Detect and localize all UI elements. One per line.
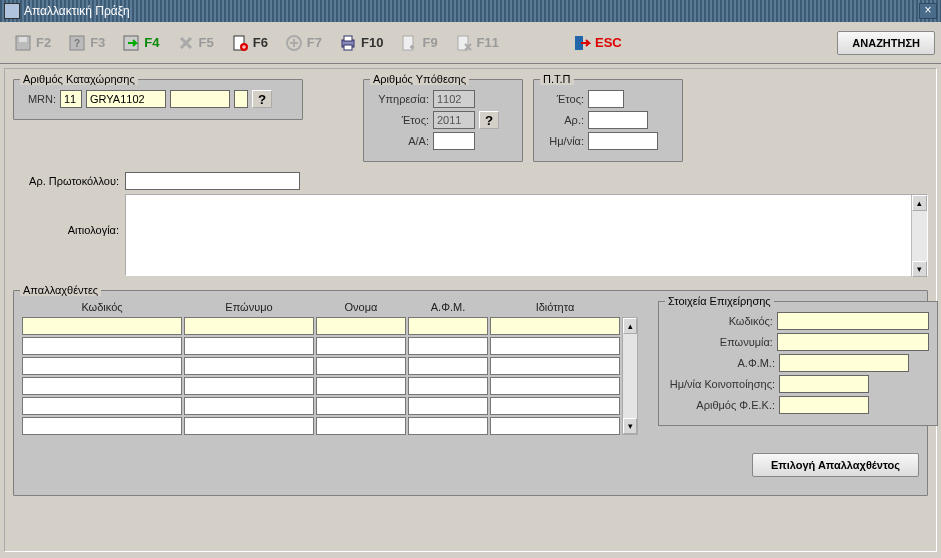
case-help-button[interactable]: ?	[479, 111, 499, 129]
reason-scrollbar[interactable]: ▴ ▾	[911, 195, 927, 277]
row-code[interactable]	[22, 317, 182, 335]
row-afm[interactable]	[408, 397, 488, 415]
case-group: Αριθμός Υπόθεσης Υπηρεσία: Έτος: ? Α/Α:	[363, 79, 523, 162]
list-grid: Κωδικός Επώνυμο Ονομα Α.Φ.Μ. Ιδιότητα ▴ …	[22, 301, 638, 435]
close-icon[interactable]: ×	[919, 3, 937, 19]
mrn-part2-input[interactable]	[86, 90, 166, 108]
row-capacity[interactable]	[490, 357, 620, 375]
row-name[interactable]	[316, 377, 406, 395]
row-capacity[interactable]	[490, 337, 620, 355]
col-afm: Α.Φ.Μ.	[408, 301, 488, 315]
mrn-part4-input[interactable]	[234, 90, 248, 108]
doc-x-icon	[454, 33, 474, 53]
aa-label: Α/Α:	[374, 135, 429, 147]
row-code[interactable]	[22, 377, 182, 395]
grid-scrollbar[interactable]: ▴ ▾	[622, 317, 638, 435]
select-exempt-button[interactable]: Επιλογή Απαλλαχθέντος	[752, 453, 919, 477]
mrn-legend: Αριθμός Καταχώρησης	[20, 73, 138, 85]
row-surname[interactable]	[184, 397, 314, 415]
mrn-part1-input[interactable]	[60, 90, 82, 108]
biz-code-input[interactable]	[777, 312, 929, 330]
f11-label: F11	[477, 35, 499, 50]
save-go-icon	[121, 33, 141, 53]
list-group: Απαλλαχθέντες Κωδικός Επώνυμο Ονομα Α.Φ.…	[13, 290, 928, 496]
f6-button[interactable]: F6	[223, 27, 275, 59]
f9-button: F9	[392, 27, 444, 59]
f3-button: ? F3	[60, 27, 112, 59]
row-code[interactable]	[22, 417, 182, 435]
ptp-year-input[interactable]	[588, 90, 624, 108]
f2-button: F2	[6, 27, 58, 59]
grid-scroll-up-icon[interactable]: ▴	[623, 318, 637, 334]
protocol-label: Αρ. Πρωτοκόλλου:	[13, 175, 121, 187]
row-name[interactable]	[316, 317, 406, 335]
app-icon	[4, 3, 20, 19]
add-icon	[284, 33, 304, 53]
row-name[interactable]	[316, 357, 406, 375]
f6-label: F6	[253, 35, 268, 50]
biz-fek-label: Αριθμός Φ.Ε.Κ.:	[667, 399, 775, 411]
row-afm[interactable]	[408, 337, 488, 355]
grid-scroll-track[interactable]	[623, 334, 637, 418]
ptp-legend: Π.Τ.Π	[540, 73, 574, 85]
aa-input[interactable]	[433, 132, 475, 150]
mrn-part3-input[interactable]	[170, 90, 230, 108]
scroll-down-icon[interactable]: ▾	[912, 261, 927, 277]
search-button[interactable]: ΑΝΑΖΗΤΗΣΗ	[837, 31, 935, 55]
business-group: Στοιχεία Επιχείρησης Κωδικός: Επωνυμία: …	[658, 301, 938, 426]
f7-button: F7	[277, 27, 329, 59]
row-capacity[interactable]	[490, 377, 620, 395]
service-input	[433, 90, 475, 108]
f3-label: F3	[90, 35, 105, 50]
row-afm[interactable]	[408, 377, 488, 395]
biz-afm-input[interactable]	[779, 354, 909, 372]
row-code[interactable]	[22, 397, 182, 415]
row-code[interactable]	[22, 357, 182, 375]
exit-icon	[572, 33, 592, 53]
ptp-ar-input[interactable]	[588, 111, 648, 129]
business-legend: Στοιχεία Επιχείρησης	[665, 295, 774, 307]
svg-text:?: ?	[74, 38, 80, 49]
f10-button[interactable]: F10	[331, 27, 390, 59]
row-surname[interactable]	[184, 317, 314, 335]
esc-button[interactable]: ESC	[565, 27, 629, 59]
biz-fek-input[interactable]	[779, 396, 869, 414]
row-capacity[interactable]	[490, 317, 620, 335]
row-surname[interactable]	[184, 417, 314, 435]
scroll-up-icon[interactable]: ▴	[912, 195, 927, 211]
row-afm[interactable]	[408, 357, 488, 375]
mrn-help-button[interactable]: ?	[252, 90, 272, 108]
biz-notif-input[interactable]	[779, 375, 869, 393]
protocol-input[interactable]	[125, 172, 300, 190]
esc-label: ESC	[595, 35, 622, 50]
biz-name-label: Επωνυμία:	[667, 336, 773, 348]
f7-label: F7	[307, 35, 322, 50]
scroll-track[interactable]	[912, 211, 927, 261]
row-name[interactable]	[316, 417, 406, 435]
reason-label: Αιτιολογία:	[13, 194, 121, 236]
row-surname[interactable]	[184, 357, 314, 375]
f5-label: F5	[199, 35, 214, 50]
row-afm[interactable]	[408, 417, 488, 435]
row-surname[interactable]	[184, 337, 314, 355]
row-name[interactable]	[316, 397, 406, 415]
ptp-date-input[interactable]	[588, 132, 658, 150]
row-capacity[interactable]	[490, 417, 620, 435]
f2-label: F2	[36, 35, 51, 50]
grid-scroll-down-icon[interactable]: ▾	[623, 418, 637, 434]
reason-textarea[interactable]	[125, 194, 928, 276]
mrn-group: Αριθμός Καταχώρησης MRN: ?	[13, 79, 303, 120]
row-afm[interactable]	[408, 317, 488, 335]
row-code[interactable]	[22, 337, 182, 355]
service-label: Υπηρεσία:	[374, 93, 429, 105]
biz-name-input[interactable]	[777, 333, 929, 351]
row-surname[interactable]	[184, 377, 314, 395]
f4-button[interactable]: F4	[114, 27, 166, 59]
row-name[interactable]	[316, 337, 406, 355]
year-label: Έτος:	[374, 114, 429, 126]
mrn-label: MRN:	[24, 93, 56, 105]
ptp-year-label: Έτος:	[544, 93, 584, 105]
row-capacity[interactable]	[490, 397, 620, 415]
biz-code-label: Κωδικός:	[667, 315, 773, 327]
doc-plus-icon	[399, 33, 419, 53]
